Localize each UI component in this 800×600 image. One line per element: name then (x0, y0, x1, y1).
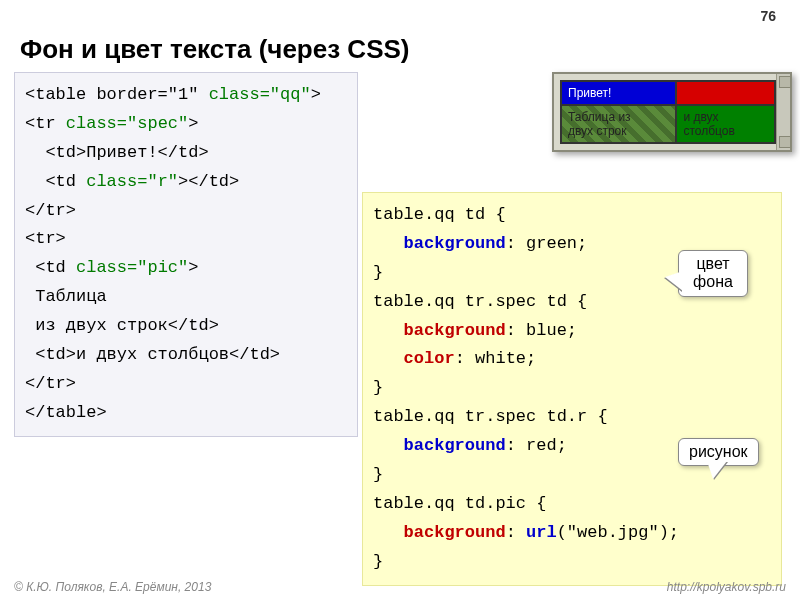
cell-pic: Таблица издвух строк (561, 105, 676, 143)
code-line: table.qq tr.spec td.r { (373, 407, 608, 426)
code-line: > (188, 258, 198, 277)
code-line: } (373, 552, 383, 571)
code-class: class="qq" (209, 85, 311, 104)
code-line: } (373, 465, 383, 484)
css-prop: background (404, 436, 506, 455)
callout-image: рисунок (678, 438, 759, 466)
table-row: Таблица издвух строк и двухстолбцов (561, 105, 775, 143)
css-prop: background (404, 321, 506, 340)
callout-bg-color: цвет фона (678, 250, 748, 297)
preview-table: Привет! Таблица издвух строк и двухстолб… (560, 80, 776, 144)
callout-text: фона (693, 273, 733, 290)
code-line: <td (25, 258, 76, 277)
footer-copyright: © К.Ю. Поляков, Е.А. Ерёмин, 2013 (14, 580, 211, 594)
code-line: ></td> (178, 172, 239, 191)
code-line: </tr> (25, 374, 76, 393)
code-class: class="spec" (66, 114, 188, 133)
code-line: } (373, 378, 383, 397)
code-line: <table border="1" (25, 85, 209, 104)
code-line: <td (25, 172, 86, 191)
callout-tail (707, 461, 727, 479)
cell-text: и двух (683, 110, 718, 124)
code-line: ("web.jpg"); (557, 523, 679, 542)
code-line: <tr (25, 114, 66, 133)
cell-text: двух строк (568, 124, 627, 138)
footer-url: http://kpolyakov.spb.ru (667, 580, 786, 594)
code-line: <tr> (25, 229, 66, 248)
cell-cols: и двухстолбцов (676, 105, 775, 143)
css-prop: background (404, 234, 506, 253)
code-line: table.qq td.pic { (373, 494, 546, 513)
css-prop: color (404, 349, 455, 368)
code-line: : red; (506, 436, 567, 455)
cell-text: Таблица из (568, 110, 631, 124)
cell-text: столбцов (683, 124, 734, 138)
cell-hello: Привет! (561, 81, 676, 105)
code-line: } (373, 263, 383, 282)
html-code-block: <table border="1" class="qq"> <tr class=… (14, 72, 358, 437)
code-line: из двух строк</td> (25, 316, 219, 335)
code-line: > (311, 85, 321, 104)
code-line: </tr> (25, 201, 76, 220)
code-line: <td>и двух столбцов</td> (25, 345, 280, 364)
page-number: 76 (760, 8, 776, 24)
callout-text: цвет (696, 255, 729, 272)
code-class: class="pic" (76, 258, 188, 277)
table-row: Привет! (561, 81, 775, 105)
css-prop: background (404, 523, 506, 542)
preview-window: Привет! Таблица издвух строк и двухстолб… (552, 72, 792, 152)
callout-tail (665, 271, 683, 291)
code-line: > (188, 114, 198, 133)
code-line: : white; (455, 349, 537, 368)
code-line: </table> (25, 403, 107, 422)
code-line: table.qq tr.spec td { (373, 292, 587, 311)
css-fn: url (526, 523, 557, 542)
code-class: class="r" (86, 172, 178, 191)
cell-red (676, 81, 775, 105)
scrollbar[interactable] (776, 74, 790, 150)
slide-title: Фон и цвет текста (через CSS) (20, 34, 409, 65)
code-line: <td>Привет!</td> (25, 143, 209, 162)
code-line: Таблица (25, 287, 107, 306)
code-line: : green; (506, 234, 588, 253)
callout-text: рисунок (689, 443, 748, 460)
code-line: : blue; (506, 321, 577, 340)
code-line: : (506, 523, 526, 542)
code-line: table.qq td { (373, 205, 506, 224)
